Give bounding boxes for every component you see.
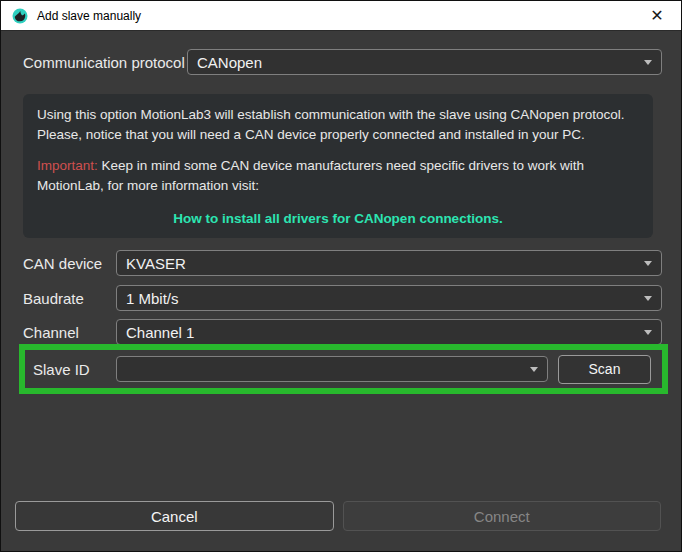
close-icon[interactable]: ✕ (643, 2, 671, 30)
chevron-down-icon (644, 330, 652, 335)
chevron-down-icon (644, 60, 652, 65)
baudrate-row: Baudrate 1 Mbit/s (23, 285, 662, 311)
info-paragraph: Using this option MotionLab3 will establ… (37, 105, 639, 145)
baudrate-select[interactable]: 1 Mbit/s (116, 285, 662, 311)
window-title: Add slave manually (37, 9, 643, 23)
protocol-label: Communication protocol (23, 54, 187, 71)
important-paragraph: Important: Keep in mind some CAN device … (37, 156, 639, 196)
important-label: Important: (37, 158, 98, 173)
baudrate-label: Baudrate (23, 290, 116, 307)
drivers-help-link[interactable]: How to install all drivers for CANopen c… (173, 211, 502, 226)
slave-id-select[interactable] (116, 356, 548, 382)
important-text: Keep in mind some CAN device manufacture… (37, 158, 584, 193)
add-slave-dialog: Add slave manually ✕ Communication proto… (0, 0, 682, 552)
channel-row: Channel Channel 1 (23, 319, 662, 345)
protocol-row: Communication protocol CANopen (23, 49, 662, 75)
info-text-line1: Using this option MotionLab3 will establ… (37, 105, 639, 125)
protocol-select[interactable]: CANopen (187, 49, 662, 75)
title-bar: Add slave manually ✕ (1, 1, 681, 31)
can-device-select[interactable]: KVASER (116, 250, 662, 276)
cancel-button[interactable]: Cancel (15, 501, 334, 531)
connect-button[interactable]: Connect (343, 501, 662, 531)
can-device-row: CAN device KVASER (23, 250, 662, 276)
chevron-down-icon (644, 261, 652, 266)
chevron-down-icon (644, 296, 652, 301)
info-text-line2: Please, notice that you will need a CAN … (37, 125, 639, 145)
channel-value: Channel 1 (126, 324, 194, 341)
info-box: Using this option MotionLab3 will establ… (23, 94, 653, 238)
chevron-down-icon (530, 367, 538, 372)
channel-label: Channel (23, 324, 116, 341)
can-device-label: CAN device (23, 255, 116, 272)
can-device-value: KVASER (126, 255, 186, 272)
link-row: How to install all drivers for CANopen c… (37, 209, 639, 229)
footer: Cancel Connect (15, 501, 661, 531)
slave-id-label: Slave ID (33, 361, 116, 378)
slave-id-highlight-box: Slave ID Scan (19, 344, 668, 394)
scan-button[interactable]: Scan (558, 355, 651, 384)
protocol-value: CANopen (197, 54, 262, 71)
app-icon (11, 7, 29, 25)
baudrate-value: 1 Mbit/s (126, 290, 179, 307)
channel-select[interactable]: Channel 1 (116, 319, 662, 345)
